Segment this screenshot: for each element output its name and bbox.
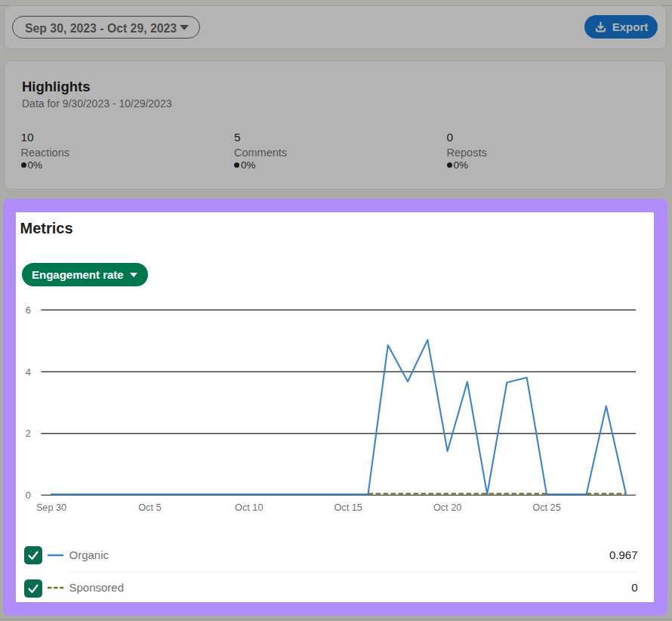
svg-text:6: 6 (26, 304, 31, 316)
svg-text:Oct 15: Oct 15 (334, 502, 362, 513)
svg-text:Sep 30: Sep 30 (36, 502, 66, 513)
svg-text:Oct 25: Oct 25 (532, 502, 560, 513)
svg-text:Oct 10: Oct 10 (235, 502, 263, 513)
svg-text:Oct 20: Oct 20 (433, 502, 461, 513)
svg-text:2: 2 (26, 428, 31, 439)
svg-text:Oct 5: Oct 5 (138, 502, 161, 513)
svg-text:0: 0 (26, 490, 31, 501)
svg-text:4: 4 (26, 366, 31, 378)
